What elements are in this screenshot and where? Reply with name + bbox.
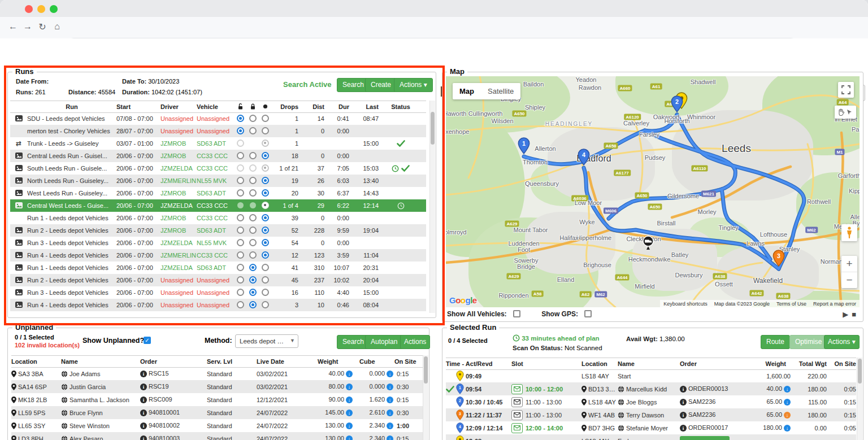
selected-run-stop-row[interactable]: 13:08 LS18 4AY End — [446, 434, 856, 440]
unlock-radio[interactable] — [237, 140, 244, 147]
lock-radio[interactable] — [249, 214, 257, 221]
complete-radio[interactable] — [262, 140, 269, 147]
unlock-radio[interactable] — [237, 276, 244, 284]
lock-radio[interactable] — [249, 127, 257, 134]
zoom-out-button[interactable]: − — [841, 272, 857, 288]
reload-icon[interactable]: ↻ — [36, 21, 49, 32]
run-row[interactable]: Run 3 - Leeds depot Vehicles 20/06 - 07:… — [10, 237, 426, 249]
selected-run-stop-row[interactable]: 09:49 LS18 4AY Start 1,600.00 220.00 — [446, 369, 856, 382]
complete-radio[interactable] — [262, 214, 269, 221]
unlock-radio[interactable] — [237, 202, 244, 208]
unlock-radio[interactable] — [237, 152, 244, 159]
route-stop-marker[interactable]: 2 — [671, 95, 683, 115]
complete-radio[interactable] — [262, 177, 269, 184]
show-unplanned-checkbox[interactable]: ✓ — [144, 337, 151, 344]
unplanned-row[interactable]: LL59 5PS Bruce Flynn i 940810001 Standar… — [11, 406, 423, 419]
selected-run-stop-row[interactable]: 412:09 / 12:14 12:00 - 14:00 BD7 3HG Ste… — [446, 421, 856, 434]
run-row[interactable]: North Leeds Run - Guiseley... 20/06 - 07… — [10, 175, 426, 187]
complete-radio[interactable] — [262, 289, 269, 296]
complete-radio[interactable] — [262, 276, 269, 284]
unlock-radio[interactable] — [237, 251, 244, 259]
unlock-radio[interactable] — [237, 115, 244, 122]
route-stop-marker[interactable]: 1 — [518, 137, 530, 156]
home-icon[interactable]: ⌂ — [51, 21, 63, 32]
forward-icon[interactable]: → — [21, 21, 34, 32]
run-row[interactable]: merton test - Chorley Vehicles 28/07 - 0… — [10, 125, 426, 137]
run-row[interactable]: Run 1 - Leeds depot Vehicles 20/06 - 07:… — [10, 262, 426, 274]
unplanned-row[interactable]: LL65 3SY Steve Winston i 940810002 Stand… — [11, 419, 423, 432]
selected-run-stop-row[interactable]: 210:30 / 10:45 11:00 - 13:00 LS18 4AY Jo… — [446, 395, 856, 408]
unplanned-row[interactable]: SA14 6SP Justin Garcia i RSC19 Standard … — [11, 380, 423, 393]
zoom-in-button[interactable]: + — [841, 256, 857, 272]
complete-radio[interactable] — [262, 127, 269, 134]
runs-actions-button[interactable]: Actions ▾ — [394, 78, 433, 92]
lock-radio[interactable] — [249, 189, 257, 197]
unplanned-row[interactable]: SA3 3BA Joe Adams i RSC15 Standard 03/02… — [11, 367, 423, 380]
keyboard-shortcuts-link[interactable]: Keyboard shortcuts — [663, 301, 708, 307]
run-row[interactable]: South Leeds Run - Guisele... 20/06 - 07:… — [10, 162, 426, 175]
unplanned-row[interactable]: MK18 2LB Samantha L. Jackson i RSC009 St… — [11, 393, 423, 406]
complete-radio[interactable] — [262, 239, 269, 246]
unlock-radio[interactable] — [237, 164, 244, 172]
unlock-radio[interactable] — [237, 239, 244, 246]
runs-scrollbar[interactable] — [429, 101, 435, 313]
unlock-radio[interactable] — [237, 301, 244, 308]
show-all-vehicles-checkbox[interactable] — [513, 310, 520, 317]
back-icon[interactable]: ← — [7, 21, 19, 32]
complete-radio[interactable] — [262, 115, 269, 122]
complete-radio[interactable] — [262, 264, 269, 271]
lock-radio[interactable] — [249, 289, 257, 296]
complete-radio[interactable] — [262, 152, 269, 159]
report-error-link[interactable]: Report a map error — [813, 301, 856, 307]
run-row[interactable]: ⇄ Trunk - Leeds -> Guiseley 03/07 - 01:0… — [10, 137, 426, 150]
map-type-satellite-button[interactable]: Satellite — [481, 83, 520, 99]
complete-radio[interactable] — [262, 301, 269, 308]
route-button[interactable]: Route — [761, 335, 790, 349]
complete-radio[interactable] — [262, 202, 269, 209]
run-row[interactable]: Run 2 - Leeds depot Vehicles 20/06 - 07:… — [10, 224, 426, 237]
unplanned-actions-button[interactable]: Actions ▾ — [400, 335, 430, 349]
complete-radio[interactable] — [262, 164, 269, 172]
maximize-window-button[interactable] — [50, 5, 58, 13]
lock-radio[interactable] — [249, 164, 257, 172]
lock-radio[interactable] — [249, 177, 257, 184]
show-gps-checkbox[interactable] — [584, 310, 592, 317]
lock-radio[interactable] — [249, 239, 257, 246]
run-row[interactable]: Run 4 - Leeds depot Vehicles 20/06 - 07:… — [10, 299, 426, 311]
play-button[interactable]: ▶ — [843, 310, 852, 319]
close-window-button[interactable] — [25, 5, 33, 13]
minimize-window-button[interactable] — [37, 5, 45, 13]
unplanned-scrollbar[interactable] — [423, 355, 428, 440]
terms-link[interactable]: Terms of Use — [776, 301, 806, 307]
unlock-radio[interactable] — [237, 289, 244, 296]
fullscreen-button[interactable] — [838, 82, 854, 98]
unlock-radio[interactable] — [237, 189, 244, 197]
unplanned-row[interactable]: LD3 8PH Alex Pesaro i 940810003 Standard… — [11, 432, 423, 440]
lock-radio[interactable] — [250, 202, 256, 208]
run-row[interactable]: Run 1 - Leeds depot Vehicles 20/06 - 07:… — [10, 212, 426, 224]
stop-button[interactable]: ■ — [852, 310, 860, 319]
selected-run-stop-row[interactable]: 311:22 / 11:37 11:00 - 13:00 WF1 4AB Ter… — [446, 408, 856, 421]
unlock-radio[interactable] — [237, 127, 244, 134]
selected-run-stop-row[interactable]: 109:54 10:00 - 12:00 BD13 3NW Marcellus … — [446, 382, 856, 395]
map-drag-select-control[interactable] — [835, 106, 856, 119]
lock-radio[interactable] — [249, 301, 257, 308]
run-row[interactable]: Run 4 - Leeds depot Vehicles 20/06 - 07:… — [10, 249, 426, 262]
unlock-radio[interactable] — [237, 214, 244, 221]
run-row[interactable]: Run 3 - Leeds depot Vehicles 20/06 - 07:… — [10, 286, 426, 299]
unlock-radio[interactable] — [237, 264, 244, 271]
complete-radio[interactable] — [262, 251, 269, 259]
runs-create-button[interactable]: Create — [365, 78, 397, 92]
pegman-control[interactable] — [841, 224, 857, 241]
lock-radio[interactable] — [249, 264, 257, 271]
lock-radio[interactable] — [249, 251, 257, 259]
complete-radio[interactable] — [262, 226, 269, 234]
lock-radio[interactable] — [249, 276, 257, 284]
route-stop-marker[interactable]: 4 — [578, 149, 590, 168]
optimise-button[interactable]: Optimise — [789, 335, 827, 349]
lock-radio[interactable] — [249, 226, 257, 234]
lock-radio[interactable] — [249, 152, 257, 159]
selected-run-actions-button[interactable]: Actions ▾ — [824, 335, 860, 349]
vehicle-marker[interactable] — [642, 236, 654, 252]
autoplan-button[interactable]: Autoplan — [365, 335, 403, 349]
